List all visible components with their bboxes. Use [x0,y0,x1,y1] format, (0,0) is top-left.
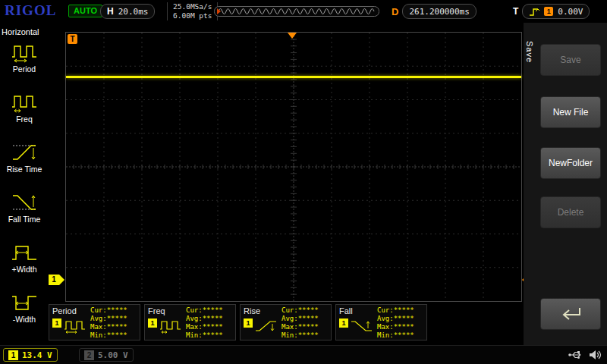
measurement-min: Min:***** [90,331,140,340]
bottom-status-bar: 1 13.4 V 2 5.00 V [0,345,607,364]
memory-position-indicator [214,6,379,20]
measurement-panel-period: Period 1 Cur:***** Avg:***** Max:***** M… [49,304,140,340]
trigger-slope-icon [529,7,539,17]
channel1-offset-marker[interactable]: 1 [49,275,59,285]
usb-icon [568,350,584,360]
measurement-panel-freq: Freq 1 Cur:***** Avg:***** Max:***** Min… [144,304,236,340]
run-state-badge: AUTO [68,5,102,17]
measurement-max: Max:***** [281,323,331,331]
measurement-max: Max:***** [90,323,140,331]
sample-rate: 25.0MSa/s [173,2,212,11]
sidebar-item-fall-time[interactable]: Fall Time [0,188,49,238]
waveform-display: T [65,32,522,302]
memory-depth: 6.00M pts [173,11,212,20]
sidebar-item-rise-time[interactable]: Rise Time [0,138,49,188]
measurement-avg: Avg:***** [377,315,426,323]
channel1-trace [66,76,521,78]
return-button[interactable] [540,298,601,330]
return-arrow-icon [557,305,584,323]
measurement-cur: Cur:***** [90,306,140,315]
freq-mini-icon [159,318,182,334]
measurement-source-badge: 1 [244,318,253,328]
oscilloscope-screen: RIGOL AUTO H 20.0ms 25.0MSa/s 6.00M pts … [0,0,607,364]
memory-wave-icon [214,6,379,17]
neg-width-icon [11,291,37,314]
sidebar-item-label: Period [13,64,36,74]
new-folder-button[interactable]: NewFolder [540,147,601,179]
measurement-min: Min:***** [186,331,235,340]
top-status-bar: RIGOL AUTO H 20.0ms 25.0MSa/s 6.00M pts … [0,0,607,23]
measurement-readout-row: Period 1 Cur:***** Avg:***** Max:***** M… [49,304,427,340]
horizontal-timebase-group: H 20.0ms [100,4,155,19]
measurement-source-badge: 1 [52,318,61,328]
graticule-grid [66,33,521,301]
rise-mini-icon [255,318,278,334]
sidebar-item-label: -Width [13,315,36,324]
freq-icon [11,91,37,114]
measure-sidebar: Horizontal Period Freq Rise Time [0,23,49,345]
measurement-name: Fall [339,306,376,315]
speaker-icon [589,350,602,360]
pos-width-icon [11,241,37,264]
sidebar-item-label: Fall Time [8,215,41,224]
rigol-logo: RIGOL [5,2,56,19]
measurement-name: Freq [148,306,184,315]
menu-title-tab: Save [524,39,535,64]
measurement-min: Min:***** [377,331,426,340]
measurement-avg: Avg:***** [186,315,235,323]
save-button[interactable]: Save [540,44,601,76]
trigger-flag: T [68,34,77,44]
sidebar-item-label: Rise Time [7,165,42,174]
trigger-level-value: 0.00V [558,7,583,17]
trigger-readout-group: T 1 0.00V [513,4,590,19]
rise-time-icon [11,141,37,164]
sidebar-item-pos-width[interactable]: +Width [0,238,49,288]
measurement-avg: Avg:***** [90,315,140,323]
new-file-button[interactable]: New File [540,96,601,128]
measurement-source-badge: 1 [148,318,157,328]
softkey-menu-panel: Save Save New File NewFolder Delete [524,23,607,345]
horizontal-label: H [107,6,114,17]
delay-value: 261.200000ms [409,7,469,17]
measurement-source-badge: 1 [339,318,348,328]
channel2-scale: 5.00 V [98,350,128,360]
measurement-max: Max:***** [377,323,426,331]
measurement-max: Max:***** [186,323,235,331]
trigger-position-marker [288,33,297,39]
trigger-label: T [513,6,518,17]
channel1-badge: 1 [8,350,18,360]
channel2-badge: 2 [84,350,94,360]
measure-category-header: Horizontal [0,23,49,38]
fall-time-icon [11,191,37,214]
sidebar-item-neg-width[interactable]: -Width [0,288,49,338]
measurement-avg: Avg:***** [281,315,331,323]
acquisition-info: 25.0MSa/s 6.00M pts [167,2,218,20]
period-icon [11,41,37,64]
fall-mini-icon [351,318,373,334]
measurement-cur: Cur:***** [281,306,331,315]
trigger-source-badge: 1 [544,7,553,16]
delete-button[interactable]: Delete [540,196,601,228]
sidebar-item-freq[interactable]: Freq [0,88,49,138]
measurement-panel-rise: Rise 1 Cur:***** Avg:***** Max:***** Min… [240,304,332,340]
channel1-status[interactable]: 1 13.4 V [3,348,58,362]
measurement-min: Min:***** [281,331,331,340]
sidebar-item-label: +Width [12,265,37,274]
sidebar-item-label: Freq [16,115,33,124]
measurement-name: Period [52,306,89,315]
delay-readout-group: D 261.200000ms [392,4,476,19]
timebase-value: 20.0ms [118,7,149,17]
channel2-status[interactable]: 2 5.00 V [79,348,134,362]
period-mini-icon [64,318,86,334]
sidebar-item-period[interactable]: Period [0,38,49,88]
channel1-scale: 13.4 V [22,350,52,360]
measurement-cur: Cur:***** [377,306,426,315]
delay-label: D [392,6,398,17]
measurement-panel-fall: Fall 1 Cur:***** Avg:***** Max:***** Min… [335,304,427,340]
measurement-cur: Cur:***** [186,306,235,315]
measurement-name: Rise [244,306,280,315]
